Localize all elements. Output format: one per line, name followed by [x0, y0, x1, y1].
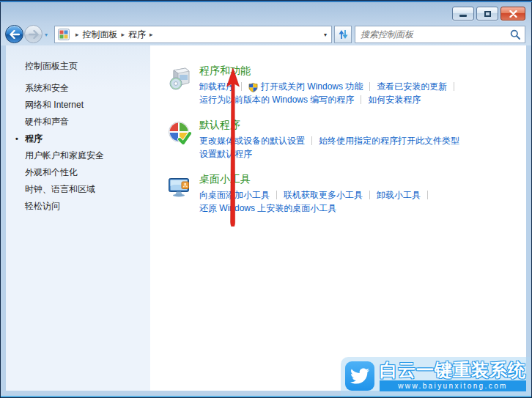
- window-body: 控制面板主页 系统和安全 网络和 Internet 硬件和声音 • 程序 用户帐…: [6, 45, 526, 391]
- watermark: 白云一键重装系统 www.baiyunxitong.com: [341, 357, 531, 396]
- task-link-add-gadgets[interactable]: 向桌面添加小工具: [199, 188, 270, 202]
- sidebar-item-system-security[interactable]: 系统和安全: [6, 80, 150, 97]
- minimize-button[interactable]: [452, 7, 474, 21]
- watermark-url: www.baiyunxitong.com: [380, 380, 526, 391]
- breadcrumb-control-panel[interactable]: 控制面板: [83, 29, 118, 41]
- default-programs-icon[interactable]: [167, 120, 192, 145]
- desktop-gadgets-icon[interactable]: [167, 174, 192, 199]
- restore-button[interactable]: [476, 7, 498, 21]
- watermark-title: 白云一键重装系统: [380, 361, 526, 379]
- minimize-icon: [459, 15, 467, 17]
- section-title-default-programs[interactable]: 默认程序: [199, 119, 459, 132]
- restore-icon: [484, 11, 491, 17]
- task-link-file-type-association[interactable]: 始终使用指定的程序打开此文件类型: [319, 134, 459, 147]
- window-top-border: [0, 0, 532, 2]
- address-bar[interactable]: ▸ 控制面板 ▸ 程序 ▸ ▾: [54, 26, 332, 43]
- section-default-programs: 默认程序 更改媒体或设备的默认设置 始终使用指定的程序打开此文件类型 设置默认程…: [167, 119, 522, 161]
- sidebar-item-home[interactable]: 控制面板主页: [6, 60, 150, 70]
- back-button[interactable]: [5, 25, 23, 43]
- separator: [427, 191, 428, 199]
- section-title-desktop-gadgets[interactable]: 桌面小工具: [199, 173, 435, 186]
- section-title-programs-features[interactable]: 程序和功能: [199, 65, 461, 78]
- main-panel: 程序和功能 卸载程序: [150, 45, 526, 391]
- sidebar-item-user-accounts[interactable]: 用户帐户和家庭安全: [6, 147, 150, 164]
- separator: [311, 136, 312, 145]
- search-input[interactable]: [355, 29, 510, 40]
- uac-shield-icon: [248, 83, 258, 92]
- sidebar-item-appearance[interactable]: 外观和个性化: [6, 164, 150, 181]
- sidebar-item-clock-language[interactable]: 时钟、语言和区域: [6, 181, 150, 198]
- sidebar-item-ease-of-access[interactable]: 轻松访问: [6, 198, 150, 215]
- control-panel-icon: [58, 29, 70, 40]
- breadcrumb-arrow-icon[interactable]: ▸: [122, 31, 125, 38]
- task-link-restore-gadgets[interactable]: 还原 Windows 上安装的桌面小工具: [199, 202, 336, 215]
- refresh-button[interactable]: [334, 26, 352, 43]
- section-programs-features: 程序和功能 卸载程序: [167, 65, 522, 106]
- separator: [369, 191, 370, 199]
- forward-arrow-icon: [29, 30, 39, 39]
- task-link-installed-updates[interactable]: 查看已安装的更新: [377, 80, 447, 93]
- breadcrumb-programs[interactable]: 程序: [128, 29, 146, 41]
- separator: [361, 95, 361, 104]
- task-link-change-media-defaults[interactable]: 更改媒体或设备的默认设置: [199, 134, 305, 147]
- separator: [369, 82, 370, 91]
- section-desktop-gadgets: 桌面小工具 向桌面添加小工具 联机获取更多小工具 卸载小工具 还原 Window…: [167, 173, 522, 215]
- back-arrow-icon: [10, 30, 20, 39]
- refresh-icon: [339, 29, 348, 40]
- sidebar: 控制面板主页 系统和安全 网络和 Internet 硬件和声音 • 程序 用户帐…: [6, 45, 150, 391]
- window-bottom-border: [1, 396, 531, 397]
- sidebar-item-programs[interactable]: • 程序: [6, 130, 150, 147]
- search-box[interactable]: [355, 26, 525, 43]
- breadcrumb-arrow-icon: ▸: [75, 31, 79, 38]
- separator: [241, 82, 242, 91]
- address-dropdown-icon[interactable]: ▾: [319, 32, 331, 38]
- window-controls: [450, 7, 525, 21]
- task-link-run-older-programs[interactable]: 运行为以前版本的 Windows 编写的程序: [199, 93, 354, 106]
- sidebar-item-label: 程序: [25, 133, 43, 144]
- active-bullet-icon: •: [15, 130, 18, 147]
- breadcrumb-arrow-icon[interactable]: ▸: [149, 31, 153, 38]
- close-button[interactable]: [500, 7, 525, 21]
- recent-pages-chevron-icon[interactable]: ▾: [45, 32, 48, 38]
- forward-button[interactable]: [24, 25, 43, 43]
- close-icon: [509, 10, 517, 18]
- sidebar-item-hardware-sound[interactable]: 硬件和声音: [6, 114, 150, 130]
- task-link-uninstall-gadgets[interactable]: 卸载小工具: [377, 188, 421, 202]
- software-box-icon[interactable]: [167, 66, 192, 91]
- task-link-windows-features[interactable]: 打开或关闭 Windows 功能: [261, 80, 363, 93]
- separator: [276, 191, 277, 199]
- sidebar-item-network-internet[interactable]: 网络和 Internet: [6, 97, 150, 114]
- control-panel-window: ▾ ▸ 控制面板 ▸ 程序 ▸ ▾ 控制面板主页: [0, 0, 532, 398]
- twitter-bird-icon: [345, 361, 374, 391]
- task-link-uninstall-program[interactable]: 卸载程序: [199, 80, 234, 93]
- task-link-get-more-gadgets[interactable]: 联机获取更多小工具: [284, 188, 363, 202]
- separator: [454, 82, 454, 91]
- search-icon[interactable]: [510, 29, 520, 40]
- task-link-how-to-install[interactable]: 如何安装程序: [368, 93, 421, 106]
- task-link-set-default-programs[interactable]: 设置默认程序: [199, 147, 252, 161]
